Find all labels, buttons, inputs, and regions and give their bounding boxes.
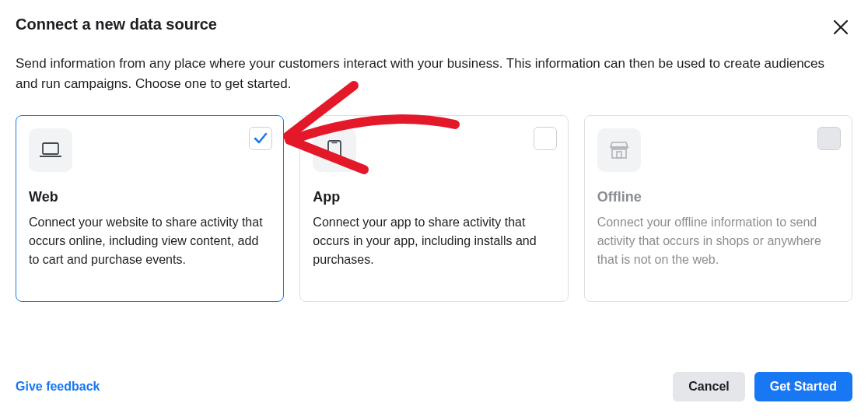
svg-rect-6 [612, 149, 626, 158]
option-desc-web: Connect your website to share activity t… [29, 213, 271, 269]
dialog-subtitle: Send information from any place where yo… [16, 54, 832, 93]
option-checkbox-offline[interactable] [817, 127, 841, 150]
option-desc-app: Connect your app to share activity that … [313, 213, 555, 269]
option-title-offline: Offline [597, 189, 839, 205]
feedback-link[interactable]: Give feedback [16, 380, 100, 394]
svg-rect-2 [43, 143, 58, 154]
laptop-icon [40, 142, 61, 158]
get-started-button[interactable]: Get Started [754, 372, 852, 401]
phone-icon [327, 140, 341, 160]
close-button[interactable] [829, 16, 852, 41]
option-cards: Web Connect your website to share activi… [16, 115, 852, 302]
dialog-title: Connect a new data source [16, 16, 217, 33]
store-icon [609, 141, 629, 159]
option-card-offline[interactable]: Offline Connect your offline information… [584, 115, 852, 302]
option-desc-offline: Connect your offline information to send… [597, 213, 839, 269]
option-checkbox-app[interactable] [534, 127, 557, 150]
svg-rect-4 [328, 141, 341, 159]
option-title-app: App [313, 189, 555, 205]
checkmark-icon [253, 131, 268, 146]
option-card-web[interactable]: Web Connect your website to share activi… [16, 115, 284, 302]
footer-row: Give feedback Cancel Get Started [16, 372, 852, 401]
app-icon-box [313, 128, 356, 172]
svg-rect-7 [617, 152, 621, 158]
option-card-app[interactable]: App Connect your app to share activity t… [299, 115, 568, 302]
button-group: Cancel Get Started [673, 372, 852, 401]
close-icon [832, 19, 849, 38]
offline-icon-box [597, 128, 641, 172]
cancel-button[interactable]: Cancel [673, 372, 744, 401]
option-checkbox-web[interactable] [249, 127, 272, 150]
option-title-web: Web [29, 189, 271, 205]
web-icon-box [29, 128, 72, 172]
